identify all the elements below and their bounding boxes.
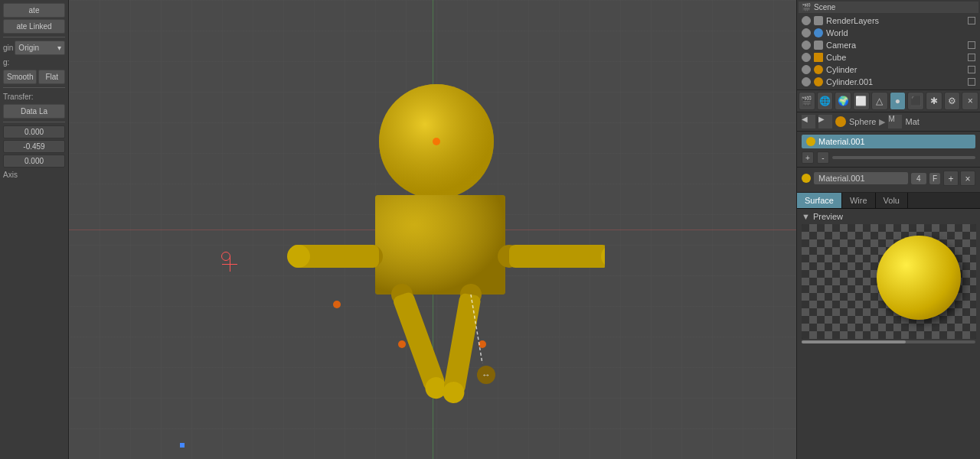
item-name-cylinder001: Cylinder.001 bbox=[826, 77, 965, 86]
transfer-label: Transfer: bbox=[3, 91, 65, 103]
outliner-item-cylinder[interactable]: Cylinder bbox=[799, 63, 978, 76]
svg-rect-18 bbox=[443, 293, 482, 395]
num-y[interactable]: -0.459 bbox=[3, 140, 65, 153]
object-props-btn[interactable]: ⬜ bbox=[853, 92, 870, 110]
outliner-header: 🎬 Scene bbox=[799, 2, 978, 13]
outliner-item-camera[interactable]: Camera bbox=[799, 39, 978, 51]
obj-icon-cylinder bbox=[814, 65, 823, 74]
num-x[interactable]: 0.000 bbox=[3, 125, 65, 138]
separator-3 bbox=[3, 122, 65, 122]
mat-num[interactable]: 4 bbox=[911, 173, 926, 184]
scene-props-btn[interactable]: 🌐 bbox=[817, 92, 834, 110]
slot-scrollbar[interactable] bbox=[832, 156, 975, 159]
outliner-item-renderlayers[interactable]: RenderLayers bbox=[799, 15, 978, 27]
preview-canvas bbox=[802, 224, 976, 339]
tab-volu[interactable]: Volu bbox=[876, 193, 908, 208]
scene-label: Scene bbox=[814, 3, 835, 11]
item-name-camera: Camera bbox=[826, 41, 965, 50]
item-icon2-camera bbox=[968, 41, 975, 49]
particles-props-btn[interactable]: ✱ bbox=[926, 92, 942, 110]
svg-point-8 bbox=[287, 245, 310, 268]
origin-dropdown-icon: ▾ bbox=[57, 44, 61, 52]
svg-text:↔: ↔ bbox=[482, 369, 491, 380]
preview-triangle: ▼ bbox=[802, 212, 810, 221]
outliner-item-world[interactable]: World bbox=[799, 27, 978, 39]
item-name-renderlayers: RenderLayers bbox=[826, 16, 965, 25]
eye-icon bbox=[802, 16, 811, 25]
item-icon2-cylinder bbox=[968, 66, 975, 73]
item-icon2-renderlayers bbox=[968, 17, 975, 24]
origin-value: Origin bbox=[18, 44, 39, 52]
material-slot: Material.001 + - bbox=[797, 132, 980, 168]
separator-2 bbox=[3, 87, 65, 88]
item-name-world: World bbox=[826, 28, 975, 37]
preview-header[interactable]: ▼ Preview bbox=[802, 212, 975, 221]
breadcrumb-forward-btn[interactable]: ▶ bbox=[818, 115, 832, 129]
mat-name[interactable]: Material.001 bbox=[814, 172, 908, 184]
mesh-props-btn[interactable]: △ bbox=[871, 92, 888, 110]
mat-close-btn[interactable]: × bbox=[960, 171, 975, 186]
close-props-btn[interactable]: × bbox=[962, 92, 978, 110]
origin-marker bbox=[180, 443, 185, 448]
outliner-item-cylinder001[interactable]: Cylinder.001 bbox=[799, 76, 978, 88]
slot-add-btn[interactable]: + bbox=[802, 151, 814, 164]
duplicate-btn[interactable]: ate bbox=[3, 3, 65, 18]
settings-props-btn[interactable]: ⚙ bbox=[944, 92, 961, 110]
mat-props-header: Material.001 4 F + × bbox=[802, 171, 975, 186]
eye-icon-camera bbox=[802, 41, 811, 50]
breadcrumb: ◀ ▶ Sphere ▶ M Mat bbox=[797, 112, 980, 132]
slot-remove-btn[interactable]: - bbox=[817, 151, 829, 164]
num-z[interactable]: 0.000 bbox=[3, 155, 65, 168]
mat-add-btn[interactable]: + bbox=[943, 171, 959, 186]
mat-props: Material.001 4 F + × bbox=[797, 168, 980, 193]
eye-icon-cylinder001 bbox=[802, 77, 811, 86]
duplicate-linked-btn[interactable]: ate Linked bbox=[3, 19, 65, 34]
scene-icon: 🎬 bbox=[802, 3, 811, 11]
svg-point-9 bbox=[333, 301, 341, 308]
mat-flag[interactable]: F bbox=[929, 173, 940, 184]
obj-icon-cube bbox=[814, 53, 823, 62]
shading-label: g: bbox=[3, 57, 65, 68]
crosshair-circle bbox=[221, 252, 230, 261]
tab-wire[interactable]: Wire bbox=[842, 193, 876, 208]
eye-icon-cube bbox=[802, 53, 811, 62]
material-props-btn[interactable]: ● bbox=[890, 92, 906, 110]
breadcrumb-mat-icon[interactable]: M bbox=[888, 115, 902, 129]
robot-figure: ↔ bbox=[245, 61, 605, 428]
smooth-btn[interactable]: Smooth bbox=[3, 70, 37, 84]
item-icon2-cube bbox=[968, 54, 975, 61]
preview-sphere bbox=[877, 236, 961, 320]
texture-props-btn[interactable]: ⬛ bbox=[907, 92, 924, 110]
obj-icon-camera bbox=[814, 41, 823, 50]
svg-point-2 bbox=[433, 138, 440, 145]
world-props-btn[interactable]: 🌍 bbox=[835, 92, 851, 110]
mat-tabs: Surface Wire Volu bbox=[797, 193, 980, 209]
material-slot-name: Material.001 bbox=[818, 137, 865, 146]
preview-scrollbar[interactable] bbox=[802, 340, 975, 343]
eye-icon-cylinder bbox=[802, 65, 811, 74]
svg-rect-4 bbox=[375, 195, 505, 295]
separator-1 bbox=[3, 37, 65, 37]
tab-surface[interactable]: Surface bbox=[797, 193, 842, 208]
right-panel: 🎬 Scene RenderLayers World Camera Cube bbox=[796, 0, 980, 459]
robot-svg: ↔ bbox=[245, 61, 605, 428]
breadcrumb-back-btn[interactable]: ◀ bbox=[802, 115, 815, 129]
axis-label: Axis bbox=[3, 169, 65, 181]
viewport[interactable]: ↔ bbox=[69, 0, 796, 459]
outliner: 🎬 Scene RenderLayers World Camera Cube bbox=[797, 0, 980, 90]
preview-scroll-thumb bbox=[802, 340, 906, 343]
mat-dot bbox=[802, 174, 811, 183]
render-props-btn[interactable]: 🎬 bbox=[799, 92, 815, 110]
left-panel: ate ate Linked gin Origin ▾ g: Smooth Fl… bbox=[0, 0, 69, 459]
svg-point-16 bbox=[398, 340, 406, 348]
slot-item[interactable]: Material.001 bbox=[802, 135, 975, 148]
data-la-btn[interactable]: Data La bbox=[3, 104, 65, 119]
preview-label: Preview bbox=[813, 212, 843, 221]
eye-icon-world bbox=[802, 28, 811, 37]
item-icon2-cylinder001 bbox=[968, 78, 975, 86]
origin-select[interactable]: Origin ▾ bbox=[15, 41, 65, 55]
outliner-item-cube[interactable]: Cube bbox=[799, 51, 978, 63]
item-name-cylinder: Cylinder bbox=[826, 65, 965, 74]
obj-icon-world bbox=[814, 28, 823, 37]
flat-btn[interactable]: Flat bbox=[38, 70, 65, 84]
